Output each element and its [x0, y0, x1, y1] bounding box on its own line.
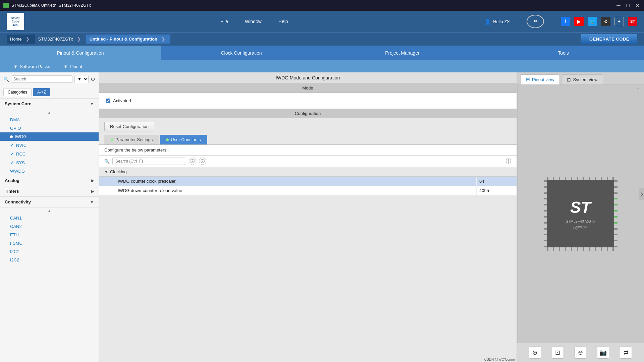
chip-pins-right: [614, 180, 618, 247]
dropdown-arrow-icon: ▼: [13, 64, 18, 69]
view-tabs: ⊞ Pinout view ⊟ System view: [517, 72, 644, 85]
clocking-header[interactable]: ▼ Clocking: [99, 167, 517, 177]
tab-dot-param: [111, 138, 113, 141]
youtube-icon[interactable]: ▶: [574, 17, 584, 26]
chip-pin: [612, 177, 614, 180]
breadcrumb-chip[interactable]: STM32F407ZGTx: [35, 35, 86, 44]
tab-pinout-config[interactable]: Pinout & Configuration: [0, 46, 161, 60]
maximize-button[interactable]: □: [625, 2, 631, 9]
close-button[interactable]: ✕: [634, 2, 641, 9]
sidebar-item-can2[interactable]: CAN2: [0, 222, 99, 231]
param-search-input[interactable]: [112, 158, 186, 165]
sub-tab-pinout[interactable]: ▼ Pinout: [57, 61, 89, 72]
github-icon[interactable]: ⚙: [601, 17, 610, 26]
category-system-core[interactable]: System Core ▼: [0, 99, 99, 109]
clocking-label: Clocking: [110, 169, 127, 174]
nvic-label: NVIC: [16, 143, 26, 148]
chip-pin: [559, 247, 560, 251]
clocking-section: ▼ Clocking IWDG counter clock prescaler …: [99, 167, 517, 195]
network-icon[interactable]: ✦: [614, 17, 624, 26]
view-tab-pinout[interactable]: ⊞ Pinout view: [520, 74, 560, 84]
category-timers-label: Timers: [5, 189, 19, 194]
gpio-label: GPIO: [10, 126, 21, 131]
st-icon[interactable]: ST: [628, 17, 637, 26]
facebook-icon[interactable]: f: [561, 17, 570, 26]
tab-project-manager[interactable]: Project Manager: [322, 46, 483, 60]
chevron-down-icon-2: ▼: [90, 200, 94, 204]
subtabbar: ▼ Software Packs ▼ Pinout: [0, 60, 644, 72]
info-button-1[interactable]: ⓘ: [189, 158, 196, 165]
logo-area: STM32 Cube MX: [7, 13, 24, 30]
sidebar-item-i2c2[interactable]: I2C2: [0, 256, 99, 264]
param-row-reload[interactable]: IWDG down-counter reload value 4095: [99, 186, 517, 195]
sidebar-item-rcc[interactable]: ✔ RCC: [0, 149, 99, 158]
chip-pin-h: [544, 204, 547, 205]
param-value-reload: 4095: [476, 186, 517, 195]
chip-pin: [553, 177, 554, 180]
reset-config-button[interactable]: Reset Configuration: [104, 122, 154, 131]
check-icon-nvic: ✔: [10, 142, 14, 148]
param-tab-user-constants[interactable]: User Constants: [160, 135, 207, 144]
param-row-prescaler[interactable]: IWDG counter clock prescaler 64: [99, 177, 517, 186]
expand-arrow-icon[interactable]: ❯: [639, 188, 644, 200]
chip-pin: [589, 247, 590, 251]
minimize-button[interactable]: ─: [615, 2, 622, 9]
active-dot-icon: [10, 135, 13, 138]
main-tabbar: Pinout & Configuration Clock Configurati…: [0, 46, 644, 60]
watermark: CSDN @-o'O'Conno: [484, 358, 515, 361]
generate-code-button[interactable]: GENERATE CODE: [581, 34, 637, 44]
chip-pin: [553, 247, 554, 251]
sidebar-item-eth[interactable]: ETH: [0, 231, 99, 239]
view-tab-system[interactable]: ⊟ System view: [561, 74, 603, 84]
dma-label: DMA: [10, 117, 20, 122]
chevron-right-icon: ▶: [91, 178, 94, 183]
category-timers[interactable]: Timers ▶: [0, 186, 99, 197]
param-tabs: Parameter Settings User Constants: [99, 135, 517, 145]
reset-btn-row: Reset Configuration: [99, 118, 517, 135]
menu-file[interactable]: File: [220, 19, 228, 24]
sidebar-item-i2c1[interactable]: I2C1: [0, 247, 99, 256]
zoom-out-button[interactable]: ⊖: [574, 347, 586, 359]
param-tab-parameter-settings[interactable]: Parameter Settings: [104, 135, 159, 144]
sub-tab-software-packs[interactable]: ▼ Software Packs: [7, 61, 57, 72]
param-search-bar: 🔍 ⓘ ⓘ ⓘ: [99, 156, 517, 167]
menu-window[interactable]: Window: [245, 19, 262, 24]
sidebar-item-sys[interactable]: ✔ SYS: [0, 158, 99, 167]
scroll-up-indicator-2: ▲: [0, 207, 99, 214]
sidebar-item-nvic[interactable]: ✔ NVIC: [0, 141, 99, 149]
breadcrumb-home[interactable]: Home: [7, 35, 35, 44]
zoom-in-button[interactable]: ⊕: [529, 347, 541, 359]
settings-icon[interactable]: ⚙: [91, 76, 95, 82]
user-icon: 👤: [484, 18, 491, 25]
sidebar-tab-categories[interactable]: Categories: [3, 88, 32, 96]
category-connectivity[interactable]: Connectivity ▼: [0, 197, 99, 207]
sidebar-item-fsmc[interactable]: FSMC: [0, 239, 99, 247]
category-dropdown[interactable]: ▼: [74, 75, 89, 83]
tab-clock-config[interactable]: Clock Configuration: [161, 46, 322, 60]
twitter-icon[interactable]: 🐦: [588, 17, 597, 26]
breadcrumb-current[interactable]: Untitled - Pinout & Configuration: [86, 35, 170, 44]
screenshot-button[interactable]: 📷: [597, 347, 609, 359]
category-analog[interactable]: Analog ▶: [0, 175, 99, 186]
tab-tools[interactable]: Tools: [483, 46, 644, 60]
user-label: Hello ZX: [493, 19, 510, 24]
sidebar-item-can1[interactable]: CAN1: [0, 214, 99, 222]
chip-pin-h: [614, 222, 618, 224]
sidebar-item-iwdg[interactable]: IWDG: [0, 132, 99, 141]
chip-pin: [577, 247, 578, 251]
chip-pin-h: [544, 192, 547, 194]
chip-pin-h: [544, 180, 547, 182]
chip-pin-h: [614, 216, 618, 218]
menu-help[interactable]: Help: [278, 19, 288, 24]
settings-button[interactable]: ⇄: [620, 347, 632, 359]
sidebar-item-dma[interactable]: DMA: [0, 116, 99, 124]
fit-button[interactable]: ⊡: [552, 347, 564, 359]
activated-checkbox[interactable]: [106, 99, 110, 103]
search-input[interactable]: [11, 75, 72, 83]
check-icon-rcc: ✔: [10, 151, 14, 157]
sidebar-item-gpio[interactable]: GPIO: [0, 124, 99, 132]
sidebar-tab-atoz[interactable]: A->Z: [33, 88, 50, 96]
info-button-2[interactable]: ⓘ: [199, 158, 206, 165]
chip-pin: [595, 247, 596, 251]
sidebar-item-wwdg[interactable]: WWDG: [0, 167, 99, 175]
